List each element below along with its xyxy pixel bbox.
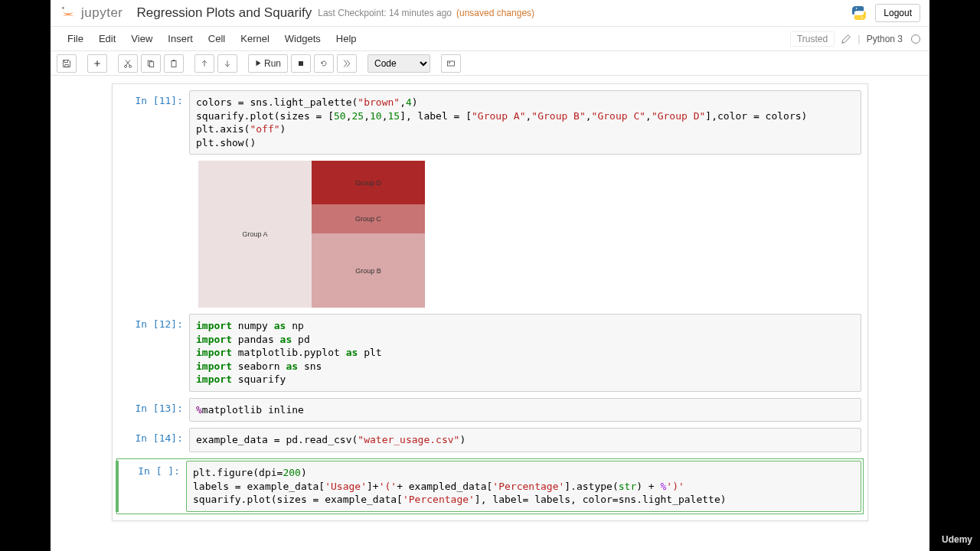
code-content: import numpy as np import pandas as pd i… bbox=[196, 319, 854, 386]
svg-rect-7 bbox=[172, 60, 176, 67]
code-cell-active[interactable]: In [ ]: plt.figure(dpi=200) labels = exa… bbox=[119, 461, 861, 512]
kernel-seperator: | bbox=[858, 33, 860, 44]
menu-help[interactable]: Help bbox=[328, 30, 364, 47]
cut-button[interactable] bbox=[118, 54, 138, 73]
code-input[interactable]: import numpy as np import pandas as pd i… bbox=[189, 314, 861, 392]
menu-kernel[interactable]: Kernel bbox=[233, 30, 277, 47]
svg-rect-6 bbox=[150, 61, 154, 67]
menu-insert[interactable]: Insert bbox=[160, 30, 201, 47]
restart-button[interactable] bbox=[314, 54, 334, 73]
treemap-tile-a: Group A bbox=[198, 161, 312, 308]
header-bar: jupyter Regression Plots and Squarify La… bbox=[51, 0, 929, 27]
pencil-icon[interactable] bbox=[841, 34, 851, 44]
jupyter-logo-icon bbox=[60, 5, 77, 21]
code-content: plt.figure(dpi=200) labels = example_dat… bbox=[193, 466, 854, 507]
menu-widgets[interactable]: Widgets bbox=[277, 30, 328, 47]
treemap-tile-c: Group C bbox=[312, 204, 425, 233]
copy-button[interactable] bbox=[141, 54, 161, 73]
toolbar: Run Code bbox=[51, 51, 929, 76]
menu-edit[interactable]: Edit bbox=[91, 30, 123, 47]
code-content: %matplotlib inline bbox=[196, 403, 854, 417]
code-cell[interactable]: In [13]: %matplotlib inline bbox=[119, 398, 861, 422]
cell-type-select[interactable]: Code bbox=[368, 54, 430, 73]
code-input[interactable]: example_data = pd.read_csv("water_usage.… bbox=[189, 428, 861, 452]
kernel-status-icon bbox=[911, 34, 920, 44]
code-cell[interactable]: In [14]: example_data = pd.read_csv("wat… bbox=[119, 428, 861, 452]
trusted-badge[interactable]: Trusted bbox=[790, 31, 835, 47]
treemap-chart: Group A Group D Group C Group B bbox=[198, 161, 425, 308]
code-cell[interactable]: In [11]: colors = sns.light_palette("bro… bbox=[119, 90, 861, 155]
cell-prompt: In [14]: bbox=[119, 428, 189, 452]
svg-point-0 bbox=[62, 7, 64, 9]
code-input[interactable]: plt.figure(dpi=200) labels = example_dat… bbox=[186, 461, 861, 512]
checkpoint-text: Last Checkpoint: 14 minutes ago bbox=[318, 8, 452, 18]
logout-button[interactable]: Logout bbox=[875, 4, 920, 22]
cell-output: Group A Group D Group C Group B bbox=[119, 161, 861, 308]
cell-prompt: In [ ]: bbox=[116, 461, 186, 512]
unsaved-text: (unsaved changes) bbox=[456, 8, 534, 18]
treemap-tile-b: Group B bbox=[312, 233, 425, 308]
jupyter-logo[interactable]: jupyter bbox=[60, 5, 123, 21]
cell-prompt: In [11]: bbox=[119, 90, 189, 155]
menu-cell[interactable]: Cell bbox=[201, 30, 233, 47]
cell-prompt: In [13]: bbox=[119, 398, 189, 422]
notebook-area: In [11]: colors = sns.light_palette("bro… bbox=[51, 76, 929, 529]
cell-prompt: In [12]: bbox=[119, 314, 189, 392]
command-palette-button[interactable] bbox=[441, 54, 461, 73]
watermark: Udemy bbox=[942, 534, 972, 545]
svg-rect-10 bbox=[448, 61, 455, 66]
move-up-button[interactable] bbox=[194, 54, 214, 73]
run-label: Run bbox=[264, 58, 281, 69]
code-input[interactable]: colors = sns.light_palette("brown",4) sq… bbox=[189, 90, 861, 155]
move-down-button[interactable] bbox=[217, 54, 237, 73]
python-logo-icon bbox=[851, 5, 867, 21]
code-cell[interactable]: In [12]: import numpy as np import panda… bbox=[119, 314, 861, 392]
save-button[interactable] bbox=[57, 54, 77, 73]
svg-point-1 bbox=[856, 8, 858, 9]
code-content: example_data = pd.read_csv("water_usage.… bbox=[196, 433, 854, 447]
paste-button[interactable] bbox=[164, 54, 184, 73]
menu-file[interactable]: File bbox=[60, 30, 91, 47]
add-cell-button[interactable] bbox=[87, 54, 107, 73]
restart-run-button[interactable] bbox=[337, 54, 357, 73]
code-input[interactable]: %matplotlib inline bbox=[189, 398, 861, 422]
kernel-name[interactable]: Python 3 bbox=[867, 34, 903, 44]
menu-view[interactable]: View bbox=[123, 30, 160, 47]
svg-rect-9 bbox=[299, 61, 303, 66]
menu-bar: File Edit View Insert Cell Kernel Widget… bbox=[51, 27, 929, 51]
treemap-tile-d: Group D bbox=[312, 161, 425, 204]
stop-button[interactable] bbox=[291, 54, 311, 73]
svg-rect-8 bbox=[173, 60, 175, 61]
jupyter-logo-text: jupyter bbox=[81, 5, 123, 21]
code-content: colors = sns.light_palette("brown",4) sq… bbox=[196, 96, 854, 149]
notebook-title[interactable]: Regression Plots and Squarify bbox=[137, 5, 312, 21]
run-button[interactable]: Run bbox=[248, 54, 288, 73]
svg-point-2 bbox=[861, 17, 863, 18]
